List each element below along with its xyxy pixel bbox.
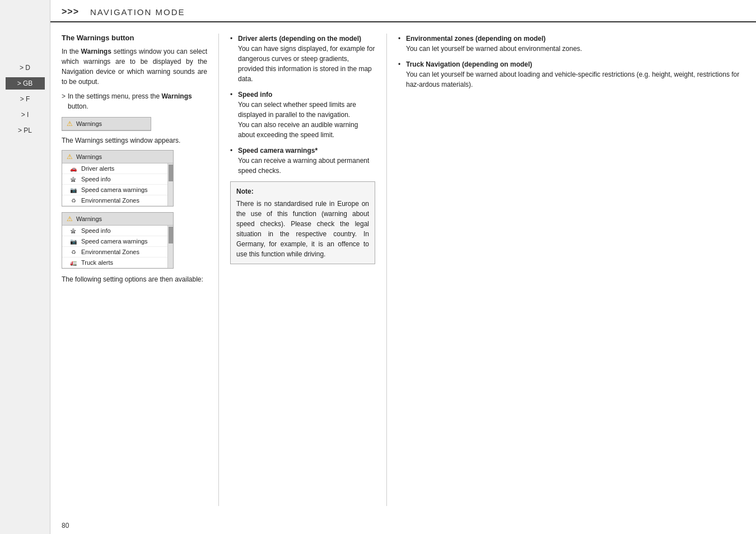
- note-label: Note:: [236, 186, 369, 196]
- list-item[interactable]: ♻ Environmental Zones: [62, 247, 167, 257]
- speed-info-text: You can select whether speed limits are …: [238, 101, 358, 139]
- main-content: >>> NAVIGATION MODE The Warnings button …: [50, 0, 756, 534]
- note-box: Note: There is no standardised rule in E…: [230, 181, 375, 264]
- sidebar-item-gb[interactable]: > GB: [6, 77, 45, 90]
- section-heading: The Warnings button: [62, 34, 207, 42]
- list-item: Truck Navigation (depending on model) Yo…: [398, 59, 745, 90]
- truck-nav-title: Truck Navigation (depending on model): [406, 60, 532, 68]
- mid-bullet-list: Driver alerts (depending on the model) Y…: [230, 34, 375, 176]
- speed-cam-label-2: Speed camera warnings: [81, 238, 148, 245]
- driver-alerts-title: Driver alerts (depending on the model): [238, 35, 361, 43]
- page-number: 80: [62, 522, 69, 530]
- list-item[interactable]: 🛣 Speed info: [62, 174, 167, 185]
- env-zones-icon: ♻: [69, 197, 78, 204]
- sidebar: > D > GB > F > I > PL: [0, 0, 50, 534]
- speed-info-icon-2: 🛣: [69, 227, 78, 234]
- scrollbar-1[interactable]: [167, 163, 173, 206]
- speed-cam-title: Speed camera warnings*: [238, 147, 318, 154]
- note-text: There is no standardised rule in Europe …: [236, 199, 369, 259]
- env-label-2: Environmental Zones: [81, 249, 139, 255]
- warnings-list-2: 🛣 Speed info 📷 Speed camera warnings ♻ E: [62, 226, 167, 268]
- breadcrumb-arrows: >>>: [62, 7, 79, 17]
- instruction-text: In the settings menu, press the Warnings…: [68, 91, 207, 111]
- sidebar-item-d[interactable]: > D: [6, 62, 45, 74]
- speed-info-label: Speed info: [81, 176, 111, 182]
- speed-info-icon: 🛣: [69, 176, 78, 182]
- env-zones-text: You can let yourself be warned about env…: [406, 45, 582, 53]
- env-zones-title: Environmental zones (depending on model): [406, 35, 545, 43]
- list-item: Environmental zones (depending on model)…: [398, 34, 745, 54]
- scrollbar-2[interactable]: [167, 226, 173, 268]
- list-item[interactable]: 📷 Speed camera warnings: [62, 236, 167, 247]
- scrollbar-thumb-1: [169, 165, 173, 181]
- right-bullet-list: Environmental zones (depending on model)…: [398, 34, 745, 90]
- content-area: The Warnings button In the Warnings sett…: [50, 22, 756, 517]
- sidebar-item-i[interactable]: > I: [6, 109, 45, 121]
- truck-icon: 🚛: [69, 259, 78, 266]
- appears-text: The Warnings settings window appears.: [62, 135, 207, 146]
- warning-triangle-icon: ⚠: [67, 120, 73, 128]
- warnings-header-small: ⚠ Warnings: [62, 118, 151, 130]
- instruction-arrow: >: [62, 91, 66, 101]
- warnings-label-small: Warnings: [76, 120, 102, 127]
- scrollbar-thumb-2: [169, 227, 173, 243]
- page-header: >>> NAVIGATION MODE: [50, 0, 756, 22]
- list-item[interactable]: 🚛 Truck alerts: [62, 257, 167, 268]
- list-item[interactable]: 🛣 Speed info: [62, 226, 167, 236]
- warnings-header-2: ⚠ Warnings: [62, 213, 173, 226]
- warnings-mockup-small: ⚠ Warnings: [62, 117, 151, 131]
- sidebar-item-pl[interactable]: > PL: [6, 124, 45, 137]
- warnings-header-1: ⚠ Warnings: [62, 151, 173, 163]
- speed-camera-icon: 📷: [69, 186, 78, 193]
- warnings-list-container-2: 🛣 Speed info 📷 Speed camera warnings ♻ E: [62, 226, 173, 268]
- speed-cam-icon-2: 📷: [69, 238, 78, 245]
- env-icon-2: ♻: [69, 249, 78, 255]
- list-item: Speed camera warnings* You can receive a…: [230, 146, 375, 176]
- following-text: The following setting options are then a…: [62, 274, 207, 284]
- page-title: NAVIGATION MODE: [90, 7, 185, 17]
- intro-paragraph: In the Warnings settings window you can …: [62, 46, 207, 87]
- list-item[interactable]: 🚗 Driver alerts: [62, 163, 167, 174]
- warnings-mockup-2: ⚠ Warnings 🛣 Speed info 📷: [62, 212, 174, 269]
- env-zones-label: Environmental Zones: [81, 197, 139, 204]
- truck-nav-text: You can let yourself be warned about loa…: [406, 71, 739, 88]
- warnings-list-container-1: 🚗 Driver alerts 🛣 Speed info 📷 Speed ca: [62, 163, 173, 206]
- col-left: The Warnings button In the Warnings sett…: [62, 34, 218, 506]
- speed-info-label-2: Speed info: [81, 227, 111, 234]
- list-item: Speed info You can select whether speed …: [230, 90, 375, 140]
- speed-camera-label: Speed camera warnings: [81, 186, 148, 193]
- warning-triangle-icon-2: ⚠: [67, 215, 73, 223]
- driver-alerts-text: You can have signs displayed, for exampl…: [238, 45, 375, 83]
- warnings-mockup-1: ⚠ Warnings 🚗 Driver alerts 🛣: [62, 150, 174, 207]
- sidebar-item-f[interactable]: > F: [6, 93, 45, 105]
- col-right: Environmental zones (depending on model)…: [386, 34, 745, 506]
- warnings-title-2: Warnings: [76, 216, 102, 222]
- list-item: Driver alerts (depending on the model) Y…: [230, 34, 375, 84]
- warning-triangle-icon-1: ⚠: [67, 153, 73, 161]
- speed-info-title: Speed info: [238, 91, 272, 99]
- driver-alerts-icon: 🚗: [69, 165, 78, 172]
- list-item[interactable]: 📷 Speed camera warnings: [62, 185, 167, 195]
- truck-label: Truck alerts: [81, 259, 113, 266]
- speed-cam-text: You can receive a warning about permanen…: [238, 157, 369, 175]
- warnings-list-1: 🚗 Driver alerts 🛣 Speed info 📷 Speed ca: [62, 163, 167, 206]
- page-footer: 80: [50, 517, 756, 534]
- col-mid: Driver alerts (depending on the model) Y…: [218, 34, 386, 506]
- list-item[interactable]: ♻ Environmental Zones: [62, 195, 167, 206]
- driver-alerts-label: Driver alerts: [81, 165, 114, 172]
- warnings-title-1: Warnings: [76, 153, 102, 160]
- instruction-line: > In the settings menu, press the Warnin…: [62, 91, 207, 111]
